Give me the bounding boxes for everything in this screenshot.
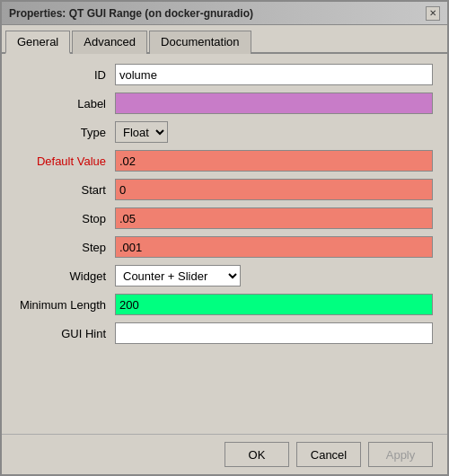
input-minimum-length[interactable] [115,294,433,315]
tab-documentation[interactable]: Documentation [149,31,251,54]
apply-button[interactable]: Apply [368,442,433,467]
form-content: ID Label Type Float Int Default Value S [2,54,447,434]
cancel-button[interactable]: Cancel [296,442,361,467]
row-gui-hint: GUI Hint [16,322,433,345]
label-start: Start [16,183,115,197]
row-step: Step [16,235,433,259]
input-start[interactable] [115,179,433,200]
tab-general[interactable]: General [5,31,70,54]
close-button[interactable]: ✕ [426,6,440,21]
label-minimum-length: Minimum Length [16,298,115,312]
row-widget: Widget Counter + Slider Counter Slider [16,264,433,287]
row-type: Type Float Int [16,120,433,144]
label-id: ID [16,68,115,82]
select-type[interactable]: Float Int [115,121,168,143]
window-title: Properties: QT GUI Range (on docker-gnur… [9,7,253,20]
label-widget: Widget [16,269,115,283]
label-gui-hint: GUI Hint [16,327,115,340]
row-start: Start [16,178,433,201]
type-select-wrapper: Float Int [115,121,168,143]
row-id: ID [16,63,433,86]
label-default-value: Default Value [16,154,115,168]
input-step[interactable] [115,236,433,258]
row-minimum-length: Minimum Length [16,293,433,316]
tab-bar: General Advanced Documentation [2,25,447,54]
input-stop[interactable] [115,207,433,229]
input-id[interactable] [115,64,433,85]
label-step: Step [16,241,115,254]
footer: OK Cancel Apply [2,434,447,474]
tab-advanced[interactable]: Advanced [72,31,147,54]
widget-select-wrapper: Counter + Slider Counter Slider [115,265,241,286]
label-label: Label [16,97,115,110]
input-default-value[interactable] [115,150,433,172]
label-stop: Stop [16,212,115,225]
label-type: Type [16,126,115,139]
main-window: Properties: QT GUI Range (on docker-gnur… [0,0,449,476]
input-label[interactable] [115,93,433,114]
row-stop: Stop [16,207,433,230]
ok-button[interactable]: OK [224,442,289,467]
row-default-value: Default Value [16,149,433,172]
select-widget[interactable]: Counter + Slider Counter Slider [115,265,241,286]
row-label: Label [16,92,433,115]
title-bar: Properties: QT GUI Range (on docker-gnur… [2,2,447,25]
input-gui-hint[interactable] [115,322,433,344]
